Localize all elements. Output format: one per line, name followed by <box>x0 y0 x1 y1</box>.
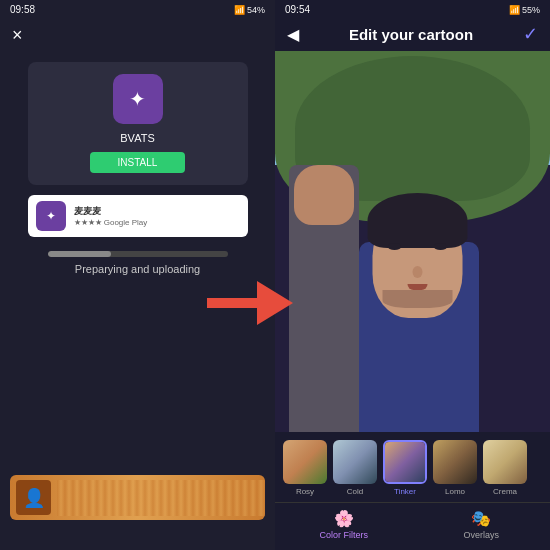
overlays-icon: 🎭 <box>471 509 491 528</box>
left-phone: 09:58 📶 54% × ✦ BVATS INSTALL ✦ 麦麦麦 ★★★★… <box>0 0 275 550</box>
status-icons-right: 📶 55% <box>509 5 540 15</box>
progress-text: Preparying and uploading <box>75 263 200 275</box>
right-eye <box>433 243 447 250</box>
app-card-icon: ✦ <box>113 74 163 124</box>
right-phone: 09:54 📶 55% ◀ Edit your cartoon ✓ <box>275 0 550 550</box>
cartoon-scene <box>275 51 550 432</box>
tab-color-filters[interactable]: 🌸 Color Filters <box>275 503 413 546</box>
main-person-face <box>372 208 462 318</box>
left-eye <box>387 243 401 250</box>
filter-thumb-crema <box>483 440 527 484</box>
cartoon-image <box>275 51 550 432</box>
tabs-row: 🌸 Color Filters 🎭 Overlays <box>275 502 550 546</box>
second-person-face <box>294 165 354 225</box>
filter-label-cold: Cold <box>347 487 363 496</box>
back-button[interactable]: ◀ <box>287 25 299 44</box>
app-row-icon: ✦ <box>36 201 66 231</box>
tab-label-overlays: Overlays <box>463 530 499 540</box>
time-left: 09:58 <box>10 4 35 15</box>
app-card-name: BVATS <box>120 132 154 144</box>
header-left: × <box>0 19 275 52</box>
time-right: 09:54 <box>285 4 310 15</box>
filter-row: Rosy Cold Tinker Lomo <box>275 440 550 502</box>
filter-label-crema: Crema <box>493 487 517 496</box>
beard <box>382 290 452 308</box>
filter-crema[interactable]: Crema <box>483 440 527 496</box>
arrow-head <box>257 281 293 325</box>
status-bar-right: 09:54 📶 55% <box>275 0 550 19</box>
filter-thumb-rosy <box>283 440 327 484</box>
filter-cold[interactable]: Cold <box>333 440 377 496</box>
filter-rosy[interactable]: Rosy <box>283 440 327 496</box>
second-person-body <box>289 165 359 432</box>
ad-icon: 👤 <box>16 480 51 515</box>
tab-overlays[interactable]: 🎭 Overlays <box>413 503 551 546</box>
color-filters-icon: 🌸 <box>334 509 354 528</box>
page-title: Edit your cartoon <box>349 26 473 43</box>
filter-thumb-lomo <box>433 440 477 484</box>
filter-label-rosy: Rosy <box>296 487 314 496</box>
progress-fill <box>48 251 111 257</box>
progress-bar <box>48 251 228 257</box>
red-arrow-container <box>207 281 293 325</box>
filter-label-lomo: Lomo <box>445 487 465 496</box>
filter-thumb-cold <box>333 440 377 484</box>
confirm-button[interactable]: ✓ <box>523 23 538 45</box>
app-row-name: 麦麦麦 <box>74 205 148 218</box>
header-right: ◀ Edit your cartoon ✓ <box>275 19 550 51</box>
filter-thumb-tinker <box>383 440 427 484</box>
status-icons-left: 📶 54% <box>234 5 265 15</box>
status-bar-left: 09:58 📶 54% <box>0 0 275 19</box>
app-row-sub: ★★★★ Google Play <box>74 218 148 227</box>
main-person-hair <box>367 193 467 248</box>
app-row: ✦ 麦麦麦 ★★★★ Google Play <box>28 195 248 237</box>
filter-label-tinker: Tinker <box>394 487 416 496</box>
filter-lomo[interactable]: Lomo <box>433 440 477 496</box>
app-card: ✦ BVATS INSTALL <box>28 62 248 185</box>
install-button[interactable]: INSTALL <box>90 152 186 173</box>
ad-content <box>57 480 265 516</box>
progress-area: Preparying and uploading <box>48 251 228 275</box>
filter-tinker[interactable]: Tinker <box>383 440 427 496</box>
nose <box>412 266 422 278</box>
bottom-panel: Rosy Cold Tinker Lomo <box>275 432 550 550</box>
ad-banner: 👤 <box>10 475 265 520</box>
tab-label-color-filters: Color Filters <box>319 530 368 540</box>
app-row-info: 麦麦麦 ★★★★ Google Play <box>74 205 148 227</box>
arrow-shaft <box>207 298 257 308</box>
close-button[interactable]: × <box>12 25 23 46</box>
